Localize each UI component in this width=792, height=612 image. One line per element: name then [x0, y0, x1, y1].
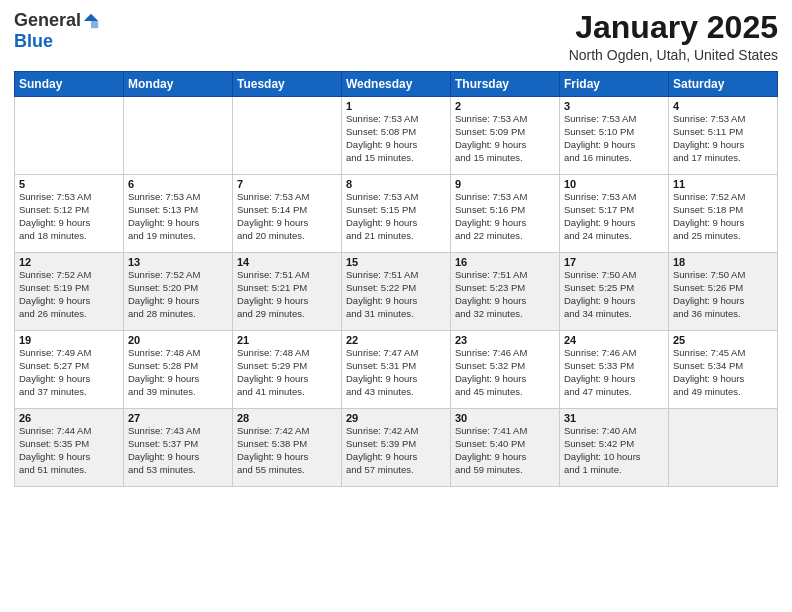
calendar-cell: 3Sunrise: 7:53 AM Sunset: 5:10 PM Daylig… [560, 97, 669, 175]
day-info: Sunrise: 7:46 AM Sunset: 5:33 PM Dayligh… [564, 347, 664, 398]
day-info: Sunrise: 7:53 AM Sunset: 5:12 PM Dayligh… [19, 191, 119, 242]
day-info: Sunrise: 7:53 AM Sunset: 5:17 PM Dayligh… [564, 191, 664, 242]
day-info: Sunrise: 7:53 AM Sunset: 5:14 PM Dayligh… [237, 191, 337, 242]
day-number: 21 [237, 334, 337, 346]
header-row: Sunday Monday Tuesday Wednesday Thursday… [15, 72, 778, 97]
day-info: Sunrise: 7:51 AM Sunset: 5:21 PM Dayligh… [237, 269, 337, 320]
calendar-cell: 7Sunrise: 7:53 AM Sunset: 5:14 PM Daylig… [233, 175, 342, 253]
day-number: 25 [673, 334, 773, 346]
col-monday: Monday [124, 72, 233, 97]
day-info: Sunrise: 7:51 AM Sunset: 5:22 PM Dayligh… [346, 269, 446, 320]
calendar-cell: 11Sunrise: 7:52 AM Sunset: 5:18 PM Dayli… [669, 175, 778, 253]
calendar-cell: 18Sunrise: 7:50 AM Sunset: 5:26 PM Dayli… [669, 253, 778, 331]
calendar-cell: 19Sunrise: 7:49 AM Sunset: 5:27 PM Dayli… [15, 331, 124, 409]
day-info: Sunrise: 7:53 AM Sunset: 5:13 PM Dayligh… [128, 191, 228, 242]
day-number: 27 [128, 412, 228, 424]
calendar-cell: 20Sunrise: 7:48 AM Sunset: 5:28 PM Dayli… [124, 331, 233, 409]
day-number: 22 [346, 334, 446, 346]
col-wednesday: Wednesday [342, 72, 451, 97]
day-number: 30 [455, 412, 555, 424]
calendar-cell [233, 97, 342, 175]
day-info: Sunrise: 7:53 AM Sunset: 5:08 PM Dayligh… [346, 113, 446, 164]
day-number: 20 [128, 334, 228, 346]
day-number: 13 [128, 256, 228, 268]
day-number: 8 [346, 178, 446, 190]
day-number: 7 [237, 178, 337, 190]
day-number: 15 [346, 256, 446, 268]
calendar-cell: 6Sunrise: 7:53 AM Sunset: 5:13 PM Daylig… [124, 175, 233, 253]
logo-general: General [14, 10, 81, 31]
day-info: Sunrise: 7:48 AM Sunset: 5:29 PM Dayligh… [237, 347, 337, 398]
calendar-cell: 12Sunrise: 7:52 AM Sunset: 5:19 PM Dayli… [15, 253, 124, 331]
calendar-cell: 26Sunrise: 7:44 AM Sunset: 5:35 PM Dayli… [15, 409, 124, 487]
svg-marker-0 [84, 13, 98, 20]
day-info: Sunrise: 7:53 AM Sunset: 5:10 PM Dayligh… [564, 113, 664, 164]
col-friday: Friday [560, 72, 669, 97]
day-info: Sunrise: 7:49 AM Sunset: 5:27 PM Dayligh… [19, 347, 119, 398]
day-number: 19 [19, 334, 119, 346]
location: North Ogden, Utah, United States [569, 47, 778, 63]
day-number: 3 [564, 100, 664, 112]
day-number: 24 [564, 334, 664, 346]
day-number: 28 [237, 412, 337, 424]
calendar-cell: 5Sunrise: 7:53 AM Sunset: 5:12 PM Daylig… [15, 175, 124, 253]
calendar-cell: 13Sunrise: 7:52 AM Sunset: 5:20 PM Dayli… [124, 253, 233, 331]
day-number: 16 [455, 256, 555, 268]
header: General Blue January 2025 North Ogden, U… [14, 10, 778, 63]
day-number: 18 [673, 256, 773, 268]
svg-marker-1 [91, 21, 98, 28]
day-number: 2 [455, 100, 555, 112]
logo-icon [82, 12, 100, 30]
week-row-5: 26Sunrise: 7:44 AM Sunset: 5:35 PM Dayli… [15, 409, 778, 487]
week-row-1: 1Sunrise: 7:53 AM Sunset: 5:08 PM Daylig… [15, 97, 778, 175]
title-area: January 2025 North Ogden, Utah, United S… [569, 10, 778, 63]
day-number: 29 [346, 412, 446, 424]
month-title: January 2025 [569, 10, 778, 45]
calendar-cell: 15Sunrise: 7:51 AM Sunset: 5:22 PM Dayli… [342, 253, 451, 331]
day-info: Sunrise: 7:51 AM Sunset: 5:23 PM Dayligh… [455, 269, 555, 320]
day-info: Sunrise: 7:53 AM Sunset: 5:09 PM Dayligh… [455, 113, 555, 164]
day-number: 1 [346, 100, 446, 112]
calendar-cell: 16Sunrise: 7:51 AM Sunset: 5:23 PM Dayli… [451, 253, 560, 331]
logo-blue: Blue [14, 31, 53, 52]
day-info: Sunrise: 7:53 AM Sunset: 5:16 PM Dayligh… [455, 191, 555, 242]
day-number: 6 [128, 178, 228, 190]
day-info: Sunrise: 7:53 AM Sunset: 5:15 PM Dayligh… [346, 191, 446, 242]
calendar-cell: 25Sunrise: 7:45 AM Sunset: 5:34 PM Dayli… [669, 331, 778, 409]
calendar-cell: 21Sunrise: 7:48 AM Sunset: 5:29 PM Dayli… [233, 331, 342, 409]
col-sunday: Sunday [15, 72, 124, 97]
calendar-cell: 2Sunrise: 7:53 AM Sunset: 5:09 PM Daylig… [451, 97, 560, 175]
calendar-cell: 27Sunrise: 7:43 AM Sunset: 5:37 PM Dayli… [124, 409, 233, 487]
col-saturday: Saturday [669, 72, 778, 97]
day-number: 10 [564, 178, 664, 190]
col-thursday: Thursday [451, 72, 560, 97]
day-info: Sunrise: 7:52 AM Sunset: 5:18 PM Dayligh… [673, 191, 773, 242]
calendar-cell: 9Sunrise: 7:53 AM Sunset: 5:16 PM Daylig… [451, 175, 560, 253]
calendar-table: Sunday Monday Tuesday Wednesday Thursday… [14, 71, 778, 487]
day-number: 31 [564, 412, 664, 424]
calendar-cell: 4Sunrise: 7:53 AM Sunset: 5:11 PM Daylig… [669, 97, 778, 175]
day-number: 23 [455, 334, 555, 346]
day-number: 26 [19, 412, 119, 424]
calendar-cell: 8Sunrise: 7:53 AM Sunset: 5:15 PM Daylig… [342, 175, 451, 253]
day-info: Sunrise: 7:52 AM Sunset: 5:20 PM Dayligh… [128, 269, 228, 320]
calendar-cell: 23Sunrise: 7:46 AM Sunset: 5:32 PM Dayli… [451, 331, 560, 409]
calendar-cell: 28Sunrise: 7:42 AM Sunset: 5:38 PM Dayli… [233, 409, 342, 487]
day-info: Sunrise: 7:40 AM Sunset: 5:42 PM Dayligh… [564, 425, 664, 476]
day-number: 4 [673, 100, 773, 112]
page: General Blue January 2025 North Ogden, U… [0, 0, 792, 612]
calendar-cell: 29Sunrise: 7:42 AM Sunset: 5:39 PM Dayli… [342, 409, 451, 487]
calendar-cell [124, 97, 233, 175]
day-info: Sunrise: 7:47 AM Sunset: 5:31 PM Dayligh… [346, 347, 446, 398]
week-row-4: 19Sunrise: 7:49 AM Sunset: 5:27 PM Dayli… [15, 331, 778, 409]
day-info: Sunrise: 7:42 AM Sunset: 5:38 PM Dayligh… [237, 425, 337, 476]
day-number: 9 [455, 178, 555, 190]
calendar-cell: 22Sunrise: 7:47 AM Sunset: 5:31 PM Dayli… [342, 331, 451, 409]
day-info: Sunrise: 7:46 AM Sunset: 5:32 PM Dayligh… [455, 347, 555, 398]
day-number: 14 [237, 256, 337, 268]
day-number: 17 [564, 256, 664, 268]
day-number: 5 [19, 178, 119, 190]
col-tuesday: Tuesday [233, 72, 342, 97]
day-info: Sunrise: 7:45 AM Sunset: 5:34 PM Dayligh… [673, 347, 773, 398]
calendar-cell: 17Sunrise: 7:50 AM Sunset: 5:25 PM Dayli… [560, 253, 669, 331]
